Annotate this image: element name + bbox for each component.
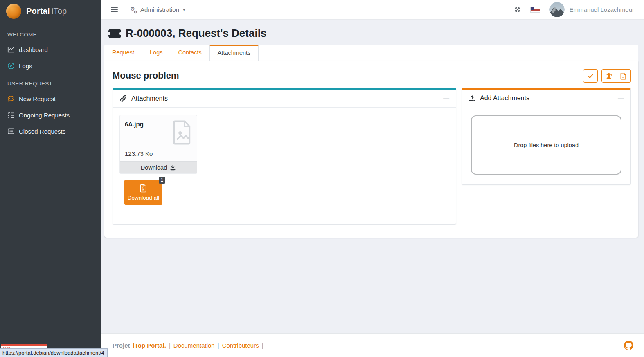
user-graduate-icon: [605, 72, 612, 80]
titlebar: R-000003, Request's Details: [101, 20, 644, 45]
footer: Projet iTop Portal. | Documentation | Co…: [101, 333, 644, 357]
check-icon: [587, 73, 594, 79]
footer-documentation-link[interactable]: Documentation: [173, 342, 215, 349]
page-title: R-000003, Request's Details: [126, 27, 266, 40]
github-link[interactable]: [624, 341, 633, 350]
cards-row: Attachments — 6A.jpg 123.73 Ko: [113, 88, 631, 225]
footer-project-link[interactable]: iTop Portal.: [133, 342, 166, 349]
dropzone-text: Drop files here to upload: [514, 142, 579, 148]
paperclip-icon: [119, 94, 127, 102]
upload-icon: [468, 94, 476, 102]
attachments-card: Attachments — 6A.jpg 123.73 Ko: [113, 88, 456, 225]
cogs-icon: ⚙⚙: [130, 7, 137, 13]
main-area: ⚙⚙ Administration ▾ Emmanuel Lozachmeur: [101, 0, 644, 357]
footer-separator: |: [218, 342, 219, 349]
tab-request[interactable]: Request: [104, 45, 142, 61]
user-name: Emmanuel Lozachmeur: [570, 6, 634, 13]
document-button[interactable]: [616, 69, 631, 83]
nav-section-user-request: USER REQUEST: [0, 74, 101, 90]
request-subtitle: Mouse problem: [113, 69, 179, 81]
nav-section-welcome: WELCOME: [0, 25, 101, 41]
add-attachments-card-header: Add Attachments —: [462, 90, 630, 107]
sidebar-item-label: Ongoing Requests: [19, 112, 70, 119]
admin-menu-dropdown[interactable]: ⚙⚙ Administration ▾: [130, 6, 185, 13]
hamburger-menu-icon[interactable]: [111, 6, 118, 14]
avatar: [549, 2, 565, 17]
sidebar-item-logs[interactable]: Logs: [0, 58, 101, 74]
download-all-button[interactable]: Download all 1: [124, 180, 162, 205]
tab-logs[interactable]: Logs: [142, 45, 170, 61]
browser-status-url: https://portal.debian/downloadattachment…: [0, 348, 108, 357]
flag-canton: [531, 7, 534, 10]
user-menu[interactable]: Emmanuel Lozachmeur: [549, 2, 634, 17]
sidebar-item-label: dashboard: [19, 46, 48, 53]
sidebar-item-ongoing-requests[interactable]: Ongoing Requests: [0, 107, 101, 123]
brand-title-light: iTop: [52, 7, 67, 16]
brand-title: PortaliTop: [26, 7, 67, 16]
footer-project-prefix: Projet: [113, 342, 130, 349]
add-attachments-card-title: Add Attachments: [480, 94, 529, 102]
chart-line-icon: [7, 46, 15, 53]
file-invoice-icon: [620, 72, 626, 80]
sidebar-item-dashboard[interactable]: dashboard: [0, 41, 101, 58]
assign-agent-button[interactable]: [601, 69, 616, 83]
download-icon: [170, 164, 176, 171]
tab-contacts[interactable]: Contacts: [170, 45, 209, 61]
footer-links: Projet iTop Portal. | Documentation | Co…: [113, 342, 263, 349]
panel-actions: [583, 69, 631, 83]
attachment-tile-body: 6A.jpg 123.73 Ko: [120, 115, 197, 161]
brand-home-link[interactable]: PortaliTop: [0, 0, 101, 22]
file-archive-icon: [140, 184, 147, 193]
image-file-icon: [171, 120, 193, 146]
attachments-card-title: Attachments: [131, 95, 168, 102]
topbar: ⚙⚙ Administration ▾ Emmanuel Lozachmeur: [101, 0, 644, 20]
itop-logo-icon: [6, 4, 21, 19]
tasks-icon: [7, 111, 15, 119]
caret-down-icon: ▾: [183, 7, 185, 12]
compass-icon: [7, 62, 15, 70]
attachments-card-body: 6A.jpg 123.73 Ko Download: [113, 108, 456, 212]
sidebar-item-label: New Request: [19, 95, 56, 102]
request-panel: Mouse problem: [104, 61, 638, 238]
itop-portal-page: PortaliTop WELCOME dashboard Logs USER R…: [0, 0, 644, 357]
footer-contributors-link[interactable]: Contributeurs: [222, 342, 259, 349]
list-alt-icon: [7, 128, 15, 135]
admin-menu-label: Administration: [140, 6, 179, 13]
language-flag-us[interactable]: [531, 7, 540, 12]
sidebar-nav: WELCOME dashboard Logs USER REQUEST New …: [0, 22, 101, 139]
download-all-label: Download all: [128, 195, 159, 201]
attachment-file-size: 123.73 Ko: [125, 150, 153, 157]
expand-arrows-icon: [514, 6, 521, 13]
ticket-icon: [108, 29, 121, 38]
footer-separator: |: [169, 342, 171, 349]
github-octocat-icon: [624, 341, 633, 350]
sidebar-item-label: Closed Requests: [19, 128, 65, 135]
attachment-tile: 6A.jpg 123.73 Ko Download: [119, 115, 197, 174]
attachments-card-header: Attachments —: [113, 90, 456, 108]
validate-button[interactable]: [583, 69, 598, 83]
download-attachment-button[interactable]: Download: [120, 161, 197, 173]
panel-head: Mouse problem: [113, 69, 631, 83]
download-label: Download: [141, 164, 167, 171]
footer-separator: |: [262, 342, 263, 349]
collapse-minus-icon[interactable]: —: [618, 95, 624, 102]
attachment-count-badge: 1: [159, 177, 165, 184]
sidebar-item-label: Logs: [19, 63, 32, 70]
topbar-right: Emmanuel Lozachmeur: [514, 2, 634, 17]
tabstrip: Request Logs Contacts Attachments: [104, 45, 638, 61]
add-attachments-card-body: Drop files here to upload: [462, 107, 630, 183]
sidebar-item-new-request[interactable]: New Request: [0, 90, 101, 107]
brand-title-bold: Portal: [26, 7, 50, 16]
add-attachments-card: Add Attachments — Drop files here to upl…: [462, 88, 631, 185]
comment-dots-icon: [7, 95, 15, 102]
sidebar: PortaliTop WELCOME dashboard Logs USER R…: [0, 0, 101, 357]
shortcut-button-group: [601, 69, 631, 83]
sidebar-item-closed-requests[interactable]: Closed Requests: [0, 123, 101, 139]
file-dropzone[interactable]: Drop files here to upload: [471, 115, 621, 175]
fullscreen-toggle[interactable]: [514, 6, 521, 13]
tab-attachments[interactable]: Attachments: [209, 45, 259, 62]
collapse-minus-icon[interactable]: —: [443, 95, 449, 102]
